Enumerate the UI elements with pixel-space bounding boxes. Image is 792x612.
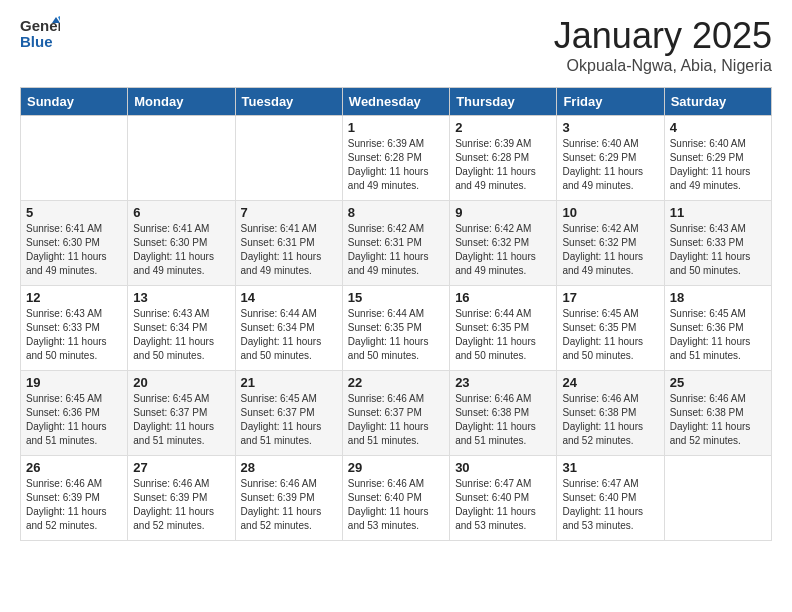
weekday-header: Monday <box>128 88 235 116</box>
calendar-day-cell: 20Sunrise: 6:45 AM Sunset: 6:37 PM Dayli… <box>128 371 235 456</box>
logo-icon: General Blue <box>20 15 60 49</box>
page-header: General Blue January 2025 Okpuala-Ngwa, … <box>20 15 772 75</box>
weekday-header: Tuesday <box>235 88 342 116</box>
calendar-week-row: 26Sunrise: 6:46 AM Sunset: 6:39 PM Dayli… <box>21 456 772 541</box>
day-info: Sunrise: 6:46 AM Sunset: 6:38 PM Dayligh… <box>562 392 658 448</box>
day-number: 29 <box>348 460 444 475</box>
calendar-day-cell: 1Sunrise: 6:39 AM Sunset: 6:28 PM Daylig… <box>342 116 449 201</box>
day-number: 21 <box>241 375 337 390</box>
day-number: 4 <box>670 120 766 135</box>
logo-svg: General Blue <box>20 15 60 49</box>
day-info: Sunrise: 6:39 AM Sunset: 6:28 PM Dayligh… <box>455 137 551 193</box>
calendar-day-cell: 19Sunrise: 6:45 AM Sunset: 6:36 PM Dayli… <box>21 371 128 456</box>
day-number: 17 <box>562 290 658 305</box>
day-number: 6 <box>133 205 229 220</box>
calendar-day-cell: 10Sunrise: 6:42 AM Sunset: 6:32 PM Dayli… <box>557 201 664 286</box>
calendar-day-cell <box>21 116 128 201</box>
day-info: Sunrise: 6:44 AM Sunset: 6:35 PM Dayligh… <box>455 307 551 363</box>
day-info: Sunrise: 6:45 AM Sunset: 6:36 PM Dayligh… <box>670 307 766 363</box>
calendar-day-cell <box>128 116 235 201</box>
calendar-day-cell: 11Sunrise: 6:43 AM Sunset: 6:33 PM Dayli… <box>664 201 771 286</box>
day-number: 5 <box>26 205 122 220</box>
logo: General Blue <box>20 15 60 49</box>
day-number: 1 <box>348 120 444 135</box>
weekday-header: Wednesday <box>342 88 449 116</box>
day-number: 16 <box>455 290 551 305</box>
day-info: Sunrise: 6:46 AM Sunset: 6:38 PM Dayligh… <box>455 392 551 448</box>
day-info: Sunrise: 6:46 AM Sunset: 6:39 PM Dayligh… <box>133 477 229 533</box>
calendar-day-cell: 3Sunrise: 6:40 AM Sunset: 6:29 PM Daylig… <box>557 116 664 201</box>
calendar-day-cell: 12Sunrise: 6:43 AM Sunset: 6:33 PM Dayli… <box>21 286 128 371</box>
day-number: 2 <box>455 120 551 135</box>
day-info: Sunrise: 6:44 AM Sunset: 6:35 PM Dayligh… <box>348 307 444 363</box>
calendar-week-row: 12Sunrise: 6:43 AM Sunset: 6:33 PM Dayli… <box>21 286 772 371</box>
calendar-day-cell: 17Sunrise: 6:45 AM Sunset: 6:35 PM Dayli… <box>557 286 664 371</box>
calendar-day-cell: 16Sunrise: 6:44 AM Sunset: 6:35 PM Dayli… <box>450 286 557 371</box>
calendar-day-cell: 24Sunrise: 6:46 AM Sunset: 6:38 PM Dayli… <box>557 371 664 456</box>
day-number: 18 <box>670 290 766 305</box>
location: Okpuala-Ngwa, Abia, Nigeria <box>554 57 772 75</box>
svg-text:Blue: Blue <box>20 33 53 49</box>
day-info: Sunrise: 6:46 AM Sunset: 6:39 PM Dayligh… <box>241 477 337 533</box>
weekday-header: Saturday <box>664 88 771 116</box>
day-number: 9 <box>455 205 551 220</box>
calendar-day-cell: 2Sunrise: 6:39 AM Sunset: 6:28 PM Daylig… <box>450 116 557 201</box>
day-number: 27 <box>133 460 229 475</box>
day-number: 3 <box>562 120 658 135</box>
day-info: Sunrise: 6:46 AM Sunset: 6:37 PM Dayligh… <box>348 392 444 448</box>
day-number: 8 <box>348 205 444 220</box>
day-info: Sunrise: 6:41 AM Sunset: 6:31 PM Dayligh… <box>241 222 337 278</box>
calendar-table: SundayMondayTuesdayWednesdayThursdayFrid… <box>20 87 772 541</box>
calendar-day-cell: 14Sunrise: 6:44 AM Sunset: 6:34 PM Dayli… <box>235 286 342 371</box>
weekday-header: Sunday <box>21 88 128 116</box>
calendar-day-cell: 21Sunrise: 6:45 AM Sunset: 6:37 PM Dayli… <box>235 371 342 456</box>
day-number: 30 <box>455 460 551 475</box>
calendar-day-cell <box>235 116 342 201</box>
day-number: 28 <box>241 460 337 475</box>
day-number: 15 <box>348 290 444 305</box>
calendar-day-cell: 30Sunrise: 6:47 AM Sunset: 6:40 PM Dayli… <box>450 456 557 541</box>
day-info: Sunrise: 6:45 AM Sunset: 6:37 PM Dayligh… <box>241 392 337 448</box>
calendar-week-row: 1Sunrise: 6:39 AM Sunset: 6:28 PM Daylig… <box>21 116 772 201</box>
day-number: 22 <box>348 375 444 390</box>
calendar-day-cell: 18Sunrise: 6:45 AM Sunset: 6:36 PM Dayli… <box>664 286 771 371</box>
day-number: 11 <box>670 205 766 220</box>
day-info: Sunrise: 6:46 AM Sunset: 6:39 PM Dayligh… <box>26 477 122 533</box>
day-number: 14 <box>241 290 337 305</box>
calendar-day-cell <box>664 456 771 541</box>
day-info: Sunrise: 6:45 AM Sunset: 6:35 PM Dayligh… <box>562 307 658 363</box>
day-number: 23 <box>455 375 551 390</box>
day-number: 12 <box>26 290 122 305</box>
month-title: January 2025 <box>554 15 772 57</box>
day-number: 24 <box>562 375 658 390</box>
calendar-day-cell: 5Sunrise: 6:41 AM Sunset: 6:30 PM Daylig… <box>21 201 128 286</box>
day-info: Sunrise: 6:42 AM Sunset: 6:32 PM Dayligh… <box>562 222 658 278</box>
day-info: Sunrise: 6:46 AM Sunset: 6:38 PM Dayligh… <box>670 392 766 448</box>
calendar-day-cell: 28Sunrise: 6:46 AM Sunset: 6:39 PM Dayli… <box>235 456 342 541</box>
day-info: Sunrise: 6:44 AM Sunset: 6:34 PM Dayligh… <box>241 307 337 363</box>
day-info: Sunrise: 6:47 AM Sunset: 6:40 PM Dayligh… <box>455 477 551 533</box>
day-info: Sunrise: 6:43 AM Sunset: 6:33 PM Dayligh… <box>670 222 766 278</box>
day-info: Sunrise: 6:45 AM Sunset: 6:37 PM Dayligh… <box>133 392 229 448</box>
calendar-day-cell: 26Sunrise: 6:46 AM Sunset: 6:39 PM Dayli… <box>21 456 128 541</box>
day-number: 20 <box>133 375 229 390</box>
day-info: Sunrise: 6:42 AM Sunset: 6:32 PM Dayligh… <box>455 222 551 278</box>
calendar-day-cell: 13Sunrise: 6:43 AM Sunset: 6:34 PM Dayli… <box>128 286 235 371</box>
calendar-day-cell: 29Sunrise: 6:46 AM Sunset: 6:40 PM Dayli… <box>342 456 449 541</box>
title-area: January 2025 Okpuala-Ngwa, Abia, Nigeria <box>554 15 772 75</box>
day-info: Sunrise: 6:39 AM Sunset: 6:28 PM Dayligh… <box>348 137 444 193</box>
calendar-day-cell: 27Sunrise: 6:46 AM Sunset: 6:39 PM Dayli… <box>128 456 235 541</box>
calendar-day-cell: 15Sunrise: 6:44 AM Sunset: 6:35 PM Dayli… <box>342 286 449 371</box>
day-number: 7 <box>241 205 337 220</box>
calendar-week-row: 5Sunrise: 6:41 AM Sunset: 6:30 PM Daylig… <box>21 201 772 286</box>
day-number: 25 <box>670 375 766 390</box>
svg-text:General: General <box>20 17 60 34</box>
weekday-header: Thursday <box>450 88 557 116</box>
day-number: 31 <box>562 460 658 475</box>
calendar-day-cell: 22Sunrise: 6:46 AM Sunset: 6:37 PM Dayli… <box>342 371 449 456</box>
calendar-day-cell: 25Sunrise: 6:46 AM Sunset: 6:38 PM Dayli… <box>664 371 771 456</box>
calendar-day-cell: 8Sunrise: 6:42 AM Sunset: 6:31 PM Daylig… <box>342 201 449 286</box>
day-info: Sunrise: 6:41 AM Sunset: 6:30 PM Dayligh… <box>26 222 122 278</box>
page-container: General Blue January 2025 Okpuala-Ngwa, … <box>0 0 792 556</box>
day-number: 19 <box>26 375 122 390</box>
